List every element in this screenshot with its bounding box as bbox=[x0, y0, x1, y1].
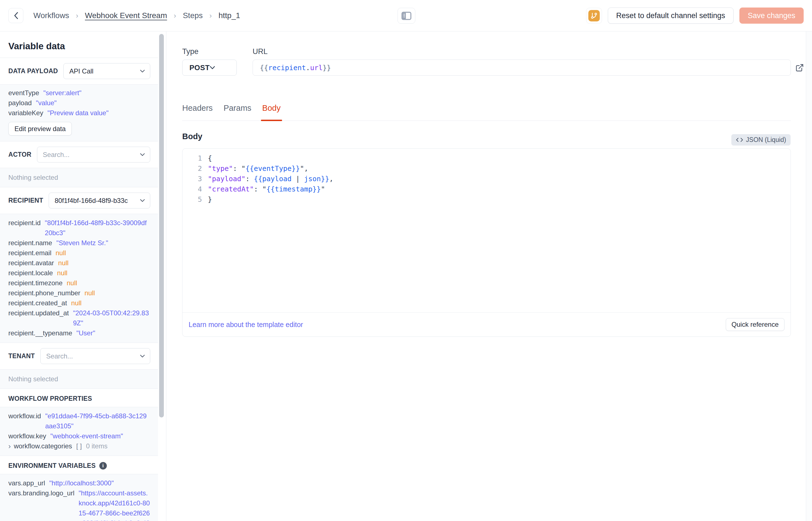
request-editor-content: Type POST URL {{recipient.url}} bbox=[182, 47, 791, 337]
line-number: 2 bbox=[183, 163, 202, 174]
code-line: 1{ bbox=[183, 153, 791, 163]
line-number: 5 bbox=[183, 194, 202, 205]
field-row: recipient.avatarnull bbox=[8, 258, 150, 268]
chevron-down-icon bbox=[210, 66, 215, 69]
data-payload-row: DATA PAYLOAD API Call bbox=[0, 58, 158, 85]
field-value: "https://account-assets.knock.app/42d161… bbox=[78, 488, 150, 521]
toggle-sidebar-button[interactable] bbox=[398, 8, 415, 24]
url-input[interactable]: {{recipient.url}} bbox=[253, 60, 791, 76]
content-area: Variable data DATA PAYLOAD API Call even… bbox=[0, 31, 812, 521]
field-key: eventType bbox=[8, 88, 39, 98]
field-value: null bbox=[67, 278, 77, 288]
chevron-down-icon bbox=[137, 199, 145, 202]
field-row: workflow.key"webhook-event-stream" bbox=[8, 431, 150, 441]
field-value: null bbox=[57, 268, 67, 278]
data-payload-selected-value: API Call bbox=[69, 67, 137, 75]
code-line: 4"createdAt": "{{timestamp}}" bbox=[183, 184, 791, 194]
git-branch-icon bbox=[588, 10, 600, 21]
breadcrumb-separator: › bbox=[174, 12, 176, 20]
sidebar-scrollbar[interactable] bbox=[159, 34, 164, 417]
top-bar: Workflows›Webhook Event Stream›Steps›htt… bbox=[0, 0, 812, 31]
line-number: 4 bbox=[183, 184, 202, 194]
template-editor-help-link[interactable]: Learn more about the template editor bbox=[189, 321, 303, 329]
field-key: recipient.locale bbox=[8, 268, 53, 278]
breadcrumb-item-webhook-event-stream[interactable]: Webhook Event Stream bbox=[85, 11, 167, 20]
url-label: URL bbox=[253, 47, 791, 56]
workflow-properties-section: workflow.id"e91ddae4-7f99-45cb-a688-3c12… bbox=[0, 407, 158, 456]
field-value: "e91ddae4-7f99-45cb-a688-3c129aae3105" bbox=[45, 411, 150, 431]
tenant-search-select[interactable]: Search... bbox=[40, 348, 150, 364]
sidebar-scroll-content: Variable data DATA PAYLOAD API Call even… bbox=[0, 31, 158, 521]
chevron-left-icon bbox=[14, 12, 18, 19]
code-line: 3"payload": {{payload | json}}, bbox=[183, 174, 791, 184]
field-key: recipient.timezone bbox=[8, 278, 63, 288]
breadcrumb-item-workflows[interactable]: Workflows bbox=[33, 11, 69, 20]
reset-default-channel-settings-button[interactable]: Reset to default channel settings bbox=[608, 7, 734, 24]
field-value: "server:alert" bbox=[43, 88, 81, 98]
url-group: URL {{recipient.url}} bbox=[253, 47, 791, 76]
field-value: "webhook-event-stream" bbox=[50, 431, 123, 441]
variable-data-sidebar: Variable data DATA PAYLOAD API Call even… bbox=[0, 31, 166, 521]
field-key: recipient.updated_at bbox=[8, 308, 69, 318]
actor-search-select[interactable]: Search... bbox=[37, 147, 150, 162]
field-value: "User" bbox=[76, 328, 95, 338]
tab-params[interactable]: Params bbox=[224, 104, 252, 120]
url-row: {{recipient.url}} bbox=[253, 60, 791, 76]
field-value: "Steven Metz Sr." bbox=[56, 238, 108, 248]
sidebar-title-block: Variable data bbox=[0, 31, 158, 58]
workflow-properties-header: WORKFLOW PROPERTIES bbox=[0, 389, 158, 407]
actor-empty-state: Nothing selected bbox=[0, 168, 158, 187]
editor-language-label: JSON (Liquid) bbox=[746, 136, 786, 143]
field-value: "Preview data value" bbox=[47, 108, 109, 118]
tenant-search-placeholder: Search... bbox=[46, 352, 137, 360]
field-value: "http://localhost:3000" bbox=[49, 478, 114, 488]
environment-variables-label: ENVIRONMENT VARIABLES bbox=[8, 462, 96, 470]
type-group: Type POST bbox=[182, 47, 237, 76]
data-payload-select[interactable]: API Call bbox=[64, 63, 150, 79]
line-number: 3 bbox=[183, 174, 202, 184]
body-template-editor: JSON (Liquid) 1{2"type": "{{eventType}}"… bbox=[182, 148, 791, 337]
tab-headers[interactable]: Headers bbox=[182, 104, 213, 120]
breadcrumb-separator: › bbox=[76, 12, 78, 20]
code-editor-area[interactable]: 1{2"type": "{{eventType}}",3"payload": {… bbox=[183, 149, 791, 312]
recipient-label: RECIPIENT bbox=[8, 197, 43, 204]
field-row: workflow.id"e91ddae4-7f99-45cb-a688-3c12… bbox=[8, 411, 150, 431]
tab-body[interactable]: Body bbox=[262, 104, 281, 120]
recipient-select[interactable]: 80f1f4bf-166d-48f9-b33c bbox=[49, 192, 150, 208]
field-key: recipient.avatar bbox=[8, 258, 54, 268]
field-key: variableKey bbox=[8, 108, 43, 118]
field-value: "80f1f4bf-166d-48f9-b33c-39009df20bc3" bbox=[45, 218, 150, 238]
open-url-button[interactable] bbox=[792, 60, 807, 75]
expand-caret-icon[interactable]: › bbox=[8, 441, 11, 451]
chevron-down-icon bbox=[137, 355, 145, 358]
http-method-select[interactable]: POST bbox=[182, 60, 237, 76]
info-icon[interactable]: i bbox=[99, 462, 107, 470]
http-method-value: POST bbox=[189, 64, 210, 72]
back-button[interactable] bbox=[8, 8, 23, 23]
actor-search-placeholder: Search... bbox=[43, 151, 137, 159]
field-key: recipient.email bbox=[8, 248, 51, 258]
field-row: eventType"server:alert" bbox=[8, 88, 150, 98]
request-editor-main: Type POST URL {{recipient.url}} bbox=[166, 31, 812, 521]
field-row: vars.app_url"http://localhost:3000" bbox=[8, 478, 150, 488]
body-section-title: Body bbox=[182, 132, 791, 141]
line-number: 1 bbox=[183, 153, 202, 163]
quick-reference-button[interactable]: Quick reference bbox=[726, 318, 785, 331]
breadcrumb-item-steps[interactable]: Steps bbox=[183, 11, 203, 20]
topbar-actions: Reset to default channel settings Save c… bbox=[586, 7, 804, 24]
environment-variables-header: ENVIRONMENT VARIABLES i bbox=[0, 456, 158, 474]
commit-changes-button[interactable] bbox=[586, 8, 602, 24]
field-row: recipient.id"80f1f4bf-166d-48f9-b33c-390… bbox=[8, 218, 150, 238]
field-value: "value" bbox=[36, 98, 56, 108]
field-key: recipient.__typename bbox=[8, 328, 72, 338]
workflow-step-editor-page: Workflows›Webhook Event Stream›Steps›htt… bbox=[0, 0, 812, 521]
save-changes-button[interactable]: Save changes bbox=[739, 7, 804, 24]
breadcrumb-separator: › bbox=[210, 12, 212, 20]
preview-data-section: eventType"server:alert"payload"value"var… bbox=[0, 85, 158, 141]
field-row: recipient.timezonenull bbox=[8, 278, 150, 288]
edit-preview-data-button[interactable]: Edit preview data bbox=[8, 122, 72, 136]
field-row: variableKey"Preview data value" bbox=[8, 108, 150, 118]
preview-fields: eventType"server:alert"payload"value"var… bbox=[8, 88, 150, 118]
chevron-down-icon bbox=[137, 70, 145, 73]
breadcrumb: Workflows›Webhook Event Stream›Steps›htt… bbox=[33, 11, 240, 20]
